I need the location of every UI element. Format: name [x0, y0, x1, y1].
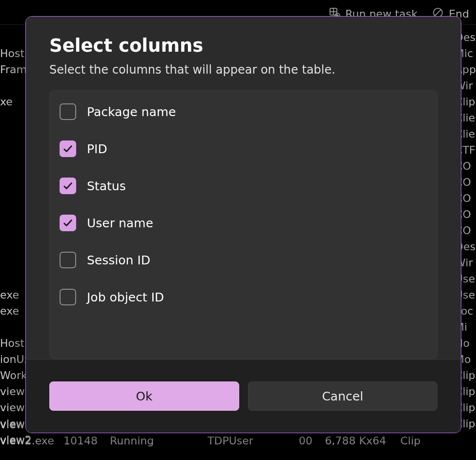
select-columns-dialog: Select columns Select the columns that w…: [25, 16, 461, 433]
checkbox-checked-icon[interactable]: [60, 215, 76, 231]
cell-user: TDPUser: [207, 435, 283, 447]
bg-text: xe: [0, 94, 13, 110]
column-option-user-name[interactable]: User name: [60, 215, 427, 231]
dialog-footer: Ok Cancel: [26, 359, 461, 433]
checkbox-unchecked-icon[interactable]: [60, 103, 76, 120]
column-option-status[interactable]: Status: [60, 178, 427, 194]
dialog-title: Select columns: [49, 35, 437, 56]
ok-button[interactable]: Ok: [49, 381, 239, 411]
cell-status: Running: [110, 435, 207, 447]
cell-pid: 10148: [63, 435, 110, 447]
cancel-button[interactable]: Cancel: [248, 381, 438, 411]
checkbox-checked-icon[interactable]: [60, 140, 76, 157]
columns-panel: Package namePIDStatusUser nameSession ID…: [49, 90, 437, 359]
bg-text: Work: [0, 367, 27, 383]
bg-text: exe: [0, 287, 19, 303]
table-row: view2.exe10148RunningTDPUser006,788 Kx64…: [0, 435, 476, 447]
bg-text: exe: [0, 303, 19, 319]
column-option-label: Package name: [87, 105, 176, 119]
column-option-package-name[interactable]: Package name: [60, 103, 427, 120]
cell-right: Clip: [400, 435, 476, 447]
ok-button-label: Ok: [136, 389, 152, 403]
column-option-pid[interactable]: PID: [60, 140, 427, 157]
column-option-label: Job object ID: [87, 290, 164, 304]
dialog-subtitle: Select the columns that will appear on t…: [49, 63, 437, 77]
column-option-session-id[interactable]: Session ID: [60, 252, 427, 268]
column-option-label: Status: [87, 179, 126, 193]
checkbox-checked-icon[interactable]: [60, 178, 76, 194]
cell-sess: 00: [283, 435, 312, 447]
cell-mem: 6,788 K: [312, 435, 366, 447]
cell-arch: x64: [366, 435, 400, 447]
column-option-label: User name: [87, 216, 153, 230]
checkbox-unchecked-icon[interactable]: [60, 252, 76, 268]
cancel-button-label: Cancel: [322, 389, 363, 403]
column-option-label: Session ID: [87, 253, 150, 267]
cell-name: view2.exe: [0, 435, 63, 447]
column-option-job-object-id[interactable]: Job object ID: [60, 289, 427, 305]
column-option-label: PID: [87, 142, 107, 156]
checkbox-unchecked-icon[interactable]: [60, 289, 76, 305]
